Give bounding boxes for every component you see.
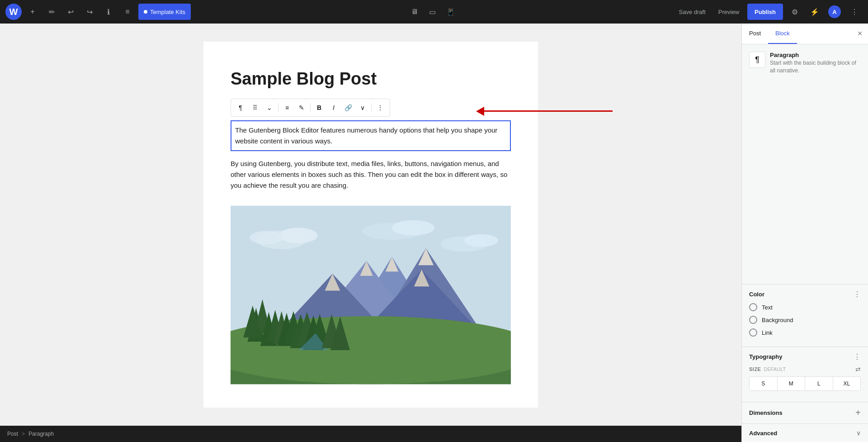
- italic-button[interactable]: I: [327, 101, 340, 114]
- color-section-header[interactable]: Color ⋮: [742, 290, 868, 299]
- svg-point-5: [392, 220, 434, 235]
- advanced-section-title: Advanced: [749, 430, 777, 437]
- size-buttons: S M L XL: [749, 376, 861, 391]
- mobile-view-button[interactable]: 📱: [443, 5, 458, 19]
- plugin-button[interactable]: ⚡: [807, 4, 823, 20]
- text-color-radio[interactable]: [749, 303, 757, 311]
- background-color-label: Background: [762, 317, 793, 323]
- color-section: Color ⋮ Text Background Link: [742, 284, 868, 347]
- move-block-button[interactable]: ⌄: [263, 101, 276, 114]
- preview-button[interactable]: Preview: [714, 6, 744, 18]
- avatar-icon: A: [828, 5, 841, 18]
- lightning-icon: ⚡: [810, 8, 819, 16]
- block-more-button[interactable]: ⋮: [373, 101, 387, 114]
- block-info: ¶ Paragraph Start with the basic buildin…: [749, 52, 861, 75]
- regular-paragraph[interactable]: By using Gutenberg, you distribute text,…: [231, 158, 511, 191]
- color-option-text: Text: [749, 303, 861, 311]
- desktop-view-button[interactable]: 🖥: [407, 5, 422, 19]
- desktop-icon: 🖥: [411, 8, 418, 16]
- align-button[interactable]: ≡: [280, 101, 294, 114]
- background-color-radio[interactable]: [749, 316, 757, 324]
- typography-section-title: Typography: [749, 353, 782, 360]
- panel-close-button[interactable]: ×: [852, 26, 868, 42]
- annotation-arrow: [481, 110, 613, 112]
- editor-area: Sample Blog Post ¶ ⠿ ⌄ ≡ ✎: [0, 24, 741, 442]
- color-options: Text Background Link: [742, 303, 868, 337]
- template-kits-dot: [144, 10, 147, 14]
- block-type-icon: ¶: [749, 52, 765, 68]
- size-xl-button[interactable]: XL: [833, 377, 861, 390]
- main-layout: Sample Blog Post ¶ ⠿ ⌄ ≡ ✎: [0, 24, 868, 442]
- paragraph-type-button[interactable]: ¶: [234, 101, 247, 114]
- user-avatar-button[interactable]: A: [826, 4, 843, 20]
- typography-section: Typography ⋮ SIZE DEFAULT ⇄ S M L XL: [742, 347, 868, 402]
- breadcrumb-post-link[interactable]: Post: [7, 431, 18, 437]
- color-section-title: Color: [749, 291, 764, 298]
- tablet-view-button[interactable]: ▭: [425, 5, 440, 19]
- block-toolbar: ¶ ⠿ ⌄ ≡ ✎ B I 🔗: [231, 99, 390, 117]
- color-option-link: Link: [749, 328, 861, 337]
- more-icon: ⋮: [851, 8, 858, 16]
- add-block-button[interactable]: +: [24, 4, 41, 20]
- selected-paragraph[interactable]: The Gutenberg Block Editor features nume…: [231, 120, 511, 151]
- size-m-button[interactable]: M: [778, 377, 806, 390]
- list-view-button[interactable]: ≡: [119, 4, 136, 20]
- color-more-icon[interactable]: ⋮: [854, 290, 861, 299]
- top-bar-right: Save draft Preview Publish ⚙ ⚡ A ⋮: [675, 4, 863, 20]
- link-dropdown-button[interactable]: ∨: [356, 101, 369, 114]
- editor-content: Sample Blog Post ¶ ⠿ ⌄ ≡ ✎: [203, 42, 538, 408]
- undo-button[interactable]: ↩: [62, 4, 79, 20]
- dimensions-section-header[interactable]: Dimensions +: [742, 408, 868, 418]
- chevron-down-icon: ∨: [360, 104, 365, 111]
- redo-button[interactable]: ↪: [81, 4, 98, 20]
- info-icon: ℹ: [107, 8, 110, 16]
- tab-post[interactable]: Post: [742, 24, 768, 44]
- red-arrow-line: [481, 110, 613, 112]
- more-options-button[interactable]: ⋮: [846, 4, 863, 20]
- text-color-label: Text: [762, 304, 773, 311]
- wp-logo-button[interactable]: W: [5, 4, 22, 20]
- move-icon: ⌄: [267, 104, 272, 111]
- undo-icon: ↩: [68, 8, 74, 16]
- link-icon: 🔗: [344, 104, 352, 111]
- dimensions-section: Dimensions +: [742, 402, 868, 423]
- save-draft-button[interactable]: Save draft: [675, 6, 710, 18]
- block-description: Start with the basic building block of a…: [770, 59, 861, 75]
- breadcrumb-current: Paragraph: [28, 431, 54, 437]
- typography-more-icon[interactable]: ⋮: [854, 352, 861, 361]
- details-button[interactable]: ℹ: [100, 4, 117, 20]
- bold-button[interactable]: B: [312, 101, 326, 114]
- panel-body: ¶ Paragraph Start with the basic buildin…: [742, 44, 868, 284]
- redo-icon: ↪: [87, 8, 93, 16]
- dimensions-add-icon[interactable]: +: [855, 408, 861, 418]
- panel-header: Post Block ×: [742, 24, 868, 44]
- post-title[interactable]: Sample Blog Post: [231, 69, 511, 90]
- advanced-section-header[interactable]: Advanced ∨: [742, 429, 868, 437]
- publish-button[interactable]: Publish: [747, 4, 783, 20]
- top-bar-center: 🖥 ▭ 📱: [407, 5, 458, 19]
- gear-icon: ⚙: [792, 8, 798, 16]
- advanced-section: Advanced ∨: [742, 423, 868, 442]
- settings-button[interactable]: ⚙: [787, 4, 803, 20]
- drag-handle-button[interactable]: ⠿: [248, 101, 262, 114]
- tablet-icon: ▭: [429, 8, 436, 16]
- mountain-image: [231, 200, 511, 390]
- size-s-button[interactable]: S: [750, 377, 778, 390]
- list-icon: ≡: [125, 8, 129, 16]
- link-color-radio[interactable]: [749, 328, 757, 337]
- link-color-label: Link: [762, 329, 773, 336]
- template-kits-button[interactable]: Template Kits: [138, 4, 191, 20]
- mobile-icon: 📱: [446, 8, 455, 16]
- toolbar-divider-2: [310, 103, 311, 112]
- breadcrumb-bar: Post > Paragraph: [0, 426, 741, 442]
- chevron-down-icon[interactable]: ∨: [856, 429, 861, 437]
- tools-button[interactable]: ✏: [43, 4, 60, 20]
- link-button[interactable]: 🔗: [341, 101, 355, 114]
- typography-section-header[interactable]: Typography ⋮: [742, 352, 868, 361]
- size-default-label: DEFAULT: [764, 366, 786, 372]
- tab-block[interactable]: Block: [768, 24, 797, 44]
- size-reset-button[interactable]: ⇄: [855, 366, 861, 373]
- add-icon: +: [30, 8, 34, 16]
- highlight-button[interactable]: ✎: [295, 101, 308, 114]
- size-l-button[interactable]: L: [805, 377, 833, 390]
